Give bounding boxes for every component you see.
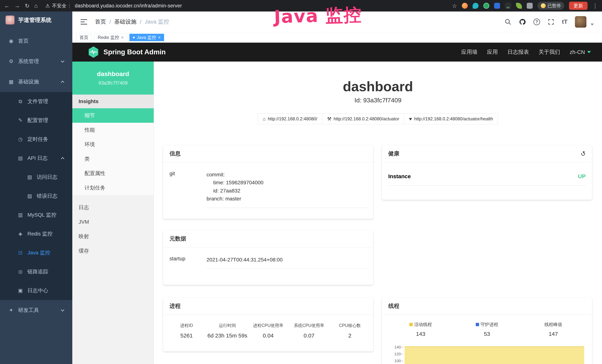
- app-logo-row[interactable]: 芋道管理系统: [0, 11, 72, 29]
- sidebar-item-home[interactable]: ◉ 首页: [0, 31, 72, 51]
- sba-item-scheduled-tasks[interactable]: 计划任务: [72, 181, 154, 195]
- extension-grid-icon[interactable]: [494, 3, 500, 9]
- process-col-cpu-cores: CPU核心数 2: [329, 323, 370, 339]
- legend-value: 53: [454, 331, 520, 337]
- link-url: http://192.168.0.2:48080/actuator/health: [414, 116, 493, 121]
- browser-home-icon[interactable]: ⌂: [34, 3, 38, 9]
- sba-item-details[interactable]: 细节: [72, 108, 154, 123]
- legend-label: 守护进程: [481, 321, 498, 327]
- sidebar-item-dev-tools[interactable]: ✦ 研发工具: [0, 300, 72, 321]
- close-icon[interactable]: ×: [121, 35, 124, 40]
- avatar-caret-icon[interactable]: [591, 23, 594, 26]
- threads-chart: 140 120 100: [387, 345, 585, 364]
- redis-icon: ◈: [17, 231, 24, 237]
- breadcrumb-separator: /: [140, 19, 141, 25]
- sba-item-caches[interactable]: 缓存: [72, 244, 154, 258]
- bookmark-star-icon[interactable]: ☆: [452, 3, 457, 9]
- close-icon[interactable]: ×: [158, 35, 161, 40]
- sba-nav-journal[interactable]: 日志报表: [507, 48, 529, 56]
- instance-health-link[interactable]: ♥ http://192.168.0.2:48080/actuator/heal…: [404, 114, 498, 124]
- instance-block[interactable]: dashboard 93a3fc7f7409: [72, 62, 154, 95]
- back-icon[interactable]: ←: [4, 3, 10, 9]
- site-security-info[interactable]: ⚠ 不安全 |: [45, 3, 70, 9]
- tab-java-monitor[interactable]: Java 监控 ×: [129, 34, 164, 41]
- reload-icon[interactable]: ↻: [25, 3, 30, 9]
- extension-drop-icon[interactable]: [473, 3, 479, 9]
- sba-item-mappings[interactable]: 映射: [72, 229, 154, 244]
- profile-paused-chip[interactable]: 已暂停: [538, 2, 564, 10]
- extension-switch-on-icon[interactable]: on: [505, 3, 511, 9]
- sidebar-item-trace[interactable]: ◎ 链路追踪: [0, 262, 72, 281]
- help-icon[interactable]: ?: [533, 19, 540, 25]
- address-bar-url[interactable]: dashboard.yudao.iocoder.cn/infra/admin-s…: [75, 3, 182, 9]
- process-card-header: 进程: [163, 298, 373, 315]
- user-avatar[interactable]: [575, 16, 586, 28]
- sidebar-item-mysql-monitor[interactable]: ▥ MySQL 监控: [0, 205, 72, 224]
- extension-orange-icon[interactable]: [462, 3, 468, 9]
- extension-leaf-icon[interactable]: [516, 3, 522, 9]
- sba-item-jvm[interactable]: JVM: [72, 215, 154, 229]
- sba-language-select[interactable]: zh-CN: [570, 49, 591, 55]
- header-actions: ? tT: [505, 16, 594, 28]
- sidebar-item-label: 定时任务: [27, 136, 48, 143]
- tab-redis-monitor[interactable]: Redis 监控 ×: [94, 34, 127, 41]
- extension-green-circle-icon[interactable]: [483, 3, 489, 9]
- process-value: 5261: [166, 332, 207, 339]
- fullscreen-icon[interactable]: [548, 18, 555, 25]
- github-icon[interactable]: [519, 18, 526, 25]
- forward-icon[interactable]: →: [14, 3, 20, 9]
- instance-links: ⌂ http://192.168.0.2:48080/ ⚒ http://192…: [154, 114, 602, 124]
- sba-item-config-props[interactable]: 配置属性: [72, 166, 154, 181]
- sidebar-item-config-management[interactable]: ✎ 配置管理: [0, 111, 72, 130]
- sidebar-item-log-center[interactable]: ▣ 日志中心: [0, 281, 72, 300]
- sidebar-item-system-management[interactable]: ⚙ 系统管理: [0, 51, 72, 72]
- process-col-uptime: 运行时间 6d 23h 15m 59s: [207, 323, 248, 339]
- wrench-icon: ⚒: [327, 116, 331, 122]
- tab-home[interactable]: 首页: [76, 34, 92, 41]
- sidebar-item-scheduled-tasks[interactable]: ◷ 定时任务: [0, 130, 72, 149]
- font-size-icon[interactable]: tT: [562, 18, 568, 25]
- browser-menu-icon[interactable]: ⋮: [592, 3, 598, 9]
- sidebar-item-label: 系统管理: [18, 58, 39, 65]
- sba-item-classes[interactable]: 类: [72, 152, 154, 166]
- hamburger-icon[interactable]: [80, 19, 88, 25]
- info-card: 信息 git commit: time: 1596289704000 id: 2…: [163, 145, 373, 219]
- sba-item-performance[interactable]: 性能: [72, 123, 154, 137]
- breadcrumb: 首页 / 基础设施 / Java 监控: [95, 18, 169, 26]
- sba-nav-applications[interactable]: 应用: [487, 48, 498, 56]
- sba-logo-icon[interactable]: [88, 46, 99, 58]
- sba-nav-wallboard[interactable]: 应用墙: [461, 48, 477, 56]
- sidebar-item-access-logs[interactable]: ▧ 访问日志: [0, 168, 72, 187]
- sidebar-item-api-logs[interactable]: ▤ API 日志: [0, 149, 72, 168]
- breadcrumb-current: Java 监控: [145, 18, 169, 26]
- chrome-update-button[interactable]: 更新: [569, 2, 588, 10]
- sidebar-item-file-management[interactable]: ⧉ 文件管理: [0, 92, 72, 111]
- card-title: 健康: [388, 150, 399, 157]
- sidebar-item-infrastructure[interactable]: ▦ 基础设施: [0, 72, 72, 92]
- search-icon[interactable]: [505, 18, 512, 25]
- clock-icon: ◷: [17, 136, 24, 142]
- history-icon[interactable]: ↺: [579, 149, 587, 158]
- breadcrumb-infrastructure[interactable]: 基础设施: [114, 18, 137, 26]
- sba-item-logs[interactable]: 日志: [72, 200, 154, 215]
- sidebar-item-label: MySQL 监控: [27, 211, 56, 218]
- sidebar-item-label: 访问日志: [37, 173, 57, 181]
- infrastructure-icon: ▦: [8, 79, 14, 85]
- sba-item-environment[interactable]: 环境: [72, 137, 154, 152]
- extensions-puzzle-icon[interactable]: [527, 3, 533, 9]
- sba-nav-about[interactable]: 关于我们: [538, 48, 560, 56]
- health-instance-label: Instance: [388, 173, 411, 180]
- instance-home-link[interactable]: ⌂ http://192.168.0.2:48080/: [258, 114, 322, 124]
- sba-title[interactable]: Spring Boot Admin: [103, 48, 166, 56]
- sidebar-item-redis-monitor[interactable]: ◈ Redis 监控: [0, 224, 72, 243]
- sidebar-item-error-logs[interactable]: ▨ 错误日志: [0, 187, 72, 205]
- info-value: commit: time: 1596289704000 id: 27aa832 …: [206, 171, 367, 208]
- process-label: 进程ID: [166, 323, 207, 328]
- sidebar-item-java-monitor[interactable]: ⊡ Java 监控: [0, 243, 72, 262]
- card-title: 进程: [170, 302, 181, 310]
- sba-nav: 应用墙 应用 日志报表 关于我们 zh-CN: [461, 48, 591, 56]
- instance-actuator-link[interactable]: ⚒ http://192.168.0.2:48080/actuator: [322, 114, 404, 124]
- breadcrumb-home[interactable]: 首页: [95, 18, 106, 26]
- main-content: dashboard Id: 93a3fc7f7409 ⌂ http://192.…: [154, 62, 602, 364]
- chevron-up-icon: [61, 81, 64, 84]
